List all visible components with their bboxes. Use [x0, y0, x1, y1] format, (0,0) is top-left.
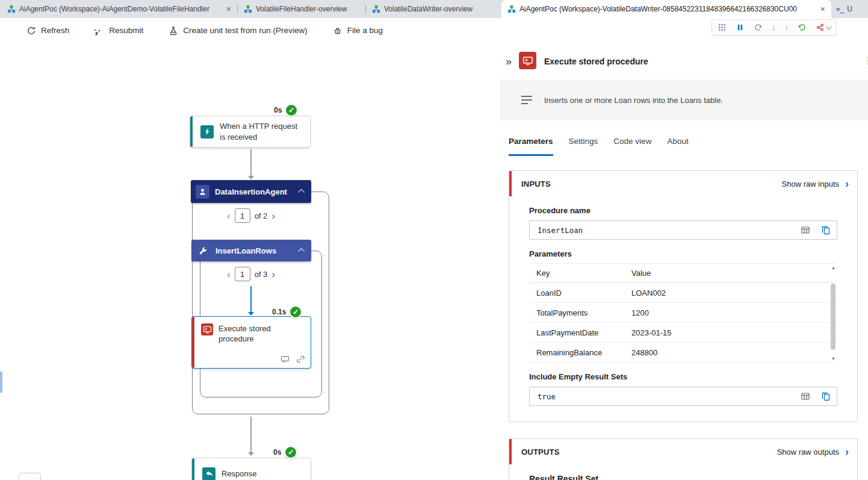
- close-icon[interactable]: ×: [820, 5, 825, 13]
- inputs-card: INPUTS Show raw inputs › Procedure name …: [509, 170, 858, 422]
- tab-label: AiAgentPoc (Workspace)-AiAgentDemo-Volat…: [19, 5, 222, 13]
- pause-icon: [736, 23, 745, 32]
- duration-label: 0s: [274, 106, 282, 114]
- table-row: LoanID LOAN002: [529, 283, 837, 303]
- row-value: 248800: [631, 348, 837, 357]
- page-count-label: of 2: [255, 211, 268, 220]
- inputs-card-header: INPUTS Show raw inputs ›: [509, 171, 857, 196]
- node-accent: [192, 317, 194, 368]
- node-title: InsertLoanRows: [215, 246, 294, 255]
- collapsed-panel-handle[interactable]: [0, 372, 2, 393]
- tab-settings[interactable]: Settings: [569, 137, 598, 156]
- tab-code-view[interactable]: Code view: [613, 137, 651, 156]
- row-value: 2023-01-15: [631, 328, 837, 337]
- scroll-down-icon[interactable]: ▼: [831, 357, 835, 361]
- toolbar-label: Create unit test from run (Preview): [183, 26, 307, 35]
- scrollbar-thumb[interactable]: [831, 284, 835, 350]
- workflow-icon: [7, 5, 16, 13]
- input-value: InsertLoan: [538, 226, 801, 235]
- action-description: Inserts one or more Loan rows into the L…: [500, 79, 868, 120]
- create-unit-test-button[interactable]: Create unit test from run (Preview): [169, 26, 307, 36]
- chevron-right-icon[interactable]: ›: [845, 446, 849, 457]
- success-check-icon: ✓: [289, 305, 302, 319]
- kebab-menu-icon[interactable]: ⋮: [864, 55, 868, 66]
- node-accent: [192, 458, 194, 480]
- flask-icon: [169, 26, 178, 36]
- arrowhead-icon: [248, 452, 254, 456]
- share-button[interactable]: [816, 23, 831, 32]
- undo-icon: [798, 23, 807, 32]
- page-number-input[interactable]: 1: [235, 267, 250, 281]
- workflow-icon: [372, 5, 380, 13]
- collapse-chevron-icon[interactable]: [298, 189, 305, 196]
- browser-tab-2[interactable]: VolatileFileHandler-overview: [238, 0, 365, 18]
- redo-button[interactable]: [754, 23, 763, 32]
- toolbar-label: Refresh: [41, 26, 69, 35]
- tool-node-insertloanrows[interactable]: InsertLoanRows: [191, 240, 311, 261]
- scroll-up-icon[interactable]: ▲: [831, 266, 835, 270]
- page-number-input[interactable]: 1: [235, 208, 250, 223]
- include-empty-result-sets-input[interactable]: true: [529, 387, 837, 406]
- response-icon: [202, 467, 215, 480]
- response-node[interactable]: Response: [191, 458, 311, 480]
- workflow-icon: [507, 5, 516, 13]
- chevron-down-icon: [826, 23, 832, 30]
- tab-about[interactable]: About: [667, 137, 688, 156]
- column-header: Key: [529, 269, 631, 278]
- tab-label: VolatileDataWriter-overview: [384, 5, 495, 13]
- undo-button[interactable]: [798, 23, 807, 32]
- browser-tab-4-active[interactable]: AiAgentPoc (Workspace)-VolatileDataWrite…: [501, 0, 831, 18]
- workflow-canvas[interactable]: 0s ✓ When a HTTP request is received Dat…: [0, 43, 500, 480]
- pause-button[interactable]: [736, 23, 745, 32]
- action-node-execute-stored-procedure[interactable]: Execute stored procedure: [191, 316, 311, 369]
- refresh-button[interactable]: Refresh: [26, 26, 69, 36]
- previous-page-icon[interactable]: ‹: [227, 269, 231, 279]
- table-scrollbar[interactable]: ▲ ▼: [829, 266, 837, 361]
- browser-tab-1[interactable]: AiAgentPoc (Workspace)-AiAgentDemo-Volat…: [1, 0, 237, 18]
- step-down-button[interactable]: ↓: [772, 23, 776, 31]
- browser-tab-3[interactable]: VolatileDataWriter-overview: [366, 0, 501, 18]
- close-icon[interactable]: ×: [226, 5, 231, 13]
- show-raw-outputs-link[interactable]: Show raw outputs: [777, 447, 839, 457]
- next-page-icon[interactable]: ›: [271, 269, 275, 279]
- action-details-panel: » Execute stored procedure ⋮ Inserts one…: [500, 43, 868, 480]
- toolbar-label: Resubmit: [109, 26, 143, 35]
- parameters-table: Key Value LoanID LOAN002 TotalPayments 1…: [529, 263, 837, 363]
- resubmit-button[interactable]: Resubmit: [95, 26, 143, 36]
- procedure-name-input[interactable]: InsertLoan: [529, 220, 837, 240]
- arrow-down-icon: ↓: [772, 23, 776, 31]
- table-view-icon[interactable]: [801, 225, 810, 235]
- collapse-chevron-icon[interactable]: [298, 248, 305, 255]
- wrench-icon: [196, 244, 210, 258]
- tab-label: VolatileFileHandler-overview: [256, 5, 359, 13]
- copy-icon[interactable]: [821, 391, 831, 401]
- success-check-icon: ✓: [284, 446, 297, 459]
- table-view-icon[interactable]: [801, 391, 810, 401]
- collapse-panel-icon[interactable]: »: [506, 55, 512, 68]
- canvas-control-partial[interactable]: [19, 473, 41, 480]
- edge-tool-action: [250, 286, 252, 313]
- chevron-right-icon[interactable]: ›: [845, 178, 849, 189]
- redo-icon: [754, 23, 763, 32]
- trigger-node-http-request[interactable]: When a HTTP request is received: [190, 116, 311, 148]
- agent-node-datainsertionagent[interactable]: DataInsertionAgent: [191, 180, 311, 203]
- action-status-badge: 0.1s ✓: [272, 305, 302, 319]
- comment-icon[interactable]: [281, 355, 290, 364]
- copy-icon[interactable]: [821, 225, 831, 235]
- previous-page-icon[interactable]: ‹: [227, 211, 231, 221]
- link-icon[interactable]: [296, 355, 305, 364]
- refresh-icon: [26, 26, 36, 36]
- edge-agent-response: [250, 417, 252, 453]
- outputs-card: OUTPUTS Show raw outputs › Result Result…: [509, 438, 858, 480]
- panel-title: Execute stored procedure: [544, 57, 648, 66]
- outputs-card-header: OUTPUTS Show raw outputs ›: [509, 439, 857, 464]
- tab-parameters[interactable]: Parameters: [509, 137, 553, 156]
- show-raw-inputs-link[interactable]: Show raw inputs: [782, 179, 839, 189]
- file-a-bug-button[interactable]: File a bug: [333, 26, 383, 36]
- grid-dots-button[interactable]: [718, 23, 727, 32]
- note-lines-icon: [521, 96, 532, 104]
- step-up-button[interactable]: ↑: [785, 23, 789, 31]
- table-row: LastPaymentDate 2023-01-15: [529, 323, 837, 343]
- next-page-icon[interactable]: ›: [271, 211, 275, 221]
- browser-tab-overflow[interactable]: >_ U: [831, 0, 857, 18]
